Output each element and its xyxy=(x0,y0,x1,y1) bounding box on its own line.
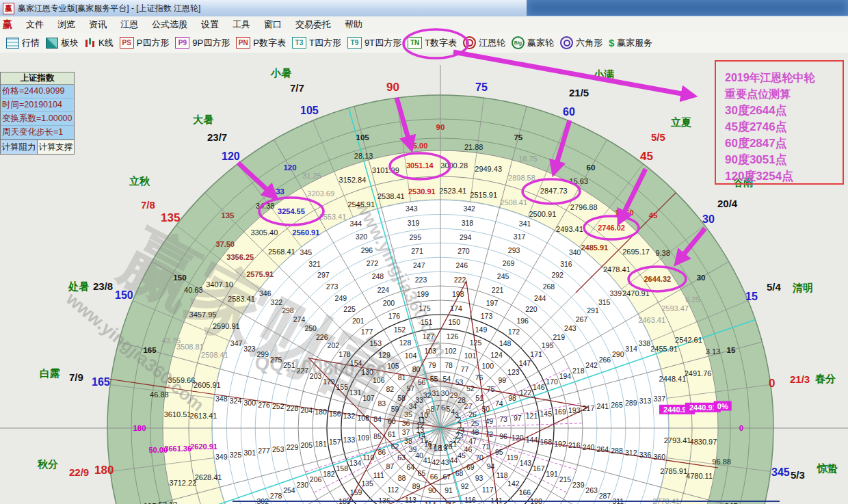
svg-text:287: 287 xyxy=(599,492,611,500)
panel-row-3: 周天变化步长=1 xyxy=(1,126,74,140)
toolbar-label: P四方形 xyxy=(137,37,170,49)
wheel-outer-label: 惊蛰 xyxy=(817,462,838,474)
svg-text:2695.17: 2695.17 xyxy=(622,248,650,256)
svg-text:118: 118 xyxy=(496,471,508,479)
svg-text:298: 298 xyxy=(282,306,294,315)
toolbar-item-9P四方形[interactable]: P99P四方形 xyxy=(175,37,230,49)
toolbar-item-9T四方形[interactable]: T99T四方形 xyxy=(347,37,401,49)
note-line-2: 30度2644点 xyxy=(725,103,843,119)
menu-item-9[interactable]: 帮助 xyxy=(338,17,369,32)
menu-item-6[interactable]: 工具 xyxy=(226,17,257,32)
svg-text:221: 221 xyxy=(492,286,504,294)
svg-text:198: 198 xyxy=(452,290,464,298)
svg-text:2485.91: 2485.91 xyxy=(581,243,608,252)
svg-text:2508.41: 2508.41 xyxy=(500,198,527,207)
wheel-outer-label: 5/3 xyxy=(791,469,805,481)
toolbar-item-六角形[interactable]: 六角形 xyxy=(560,36,602,49)
svg-text:324: 324 xyxy=(230,397,242,405)
svg-text:158: 158 xyxy=(336,464,348,473)
toolbar-item-K线[interactable]: K线 xyxy=(85,37,114,49)
svg-text:38: 38 xyxy=(404,437,412,445)
wheel-outer-label: 处暑 xyxy=(68,280,89,292)
toolbar-label: T四方形 xyxy=(309,37,341,49)
svg-text:344: 344 xyxy=(350,220,362,228)
svg-text:293: 293 xyxy=(508,246,520,254)
svg-text:3356.25: 3356.25 xyxy=(226,253,254,261)
wheel-outer-label: 大暑 xyxy=(193,114,213,125)
svg-text:126: 126 xyxy=(447,332,459,341)
svg-text:297: 297 xyxy=(317,271,330,279)
svg-text:202: 202 xyxy=(328,341,340,349)
svg-text:2463.41: 2463.41 xyxy=(638,316,665,324)
wheel-outer-label: 75 xyxy=(475,81,488,93)
svg-text:3203.69: 3203.69 xyxy=(307,189,334,198)
svg-text:63: 63 xyxy=(397,453,406,462)
svg-text:230: 230 xyxy=(296,481,308,489)
svg-text:2746.02: 2746.02 xyxy=(598,224,625,232)
svg-text:203: 203 xyxy=(310,372,322,380)
menu-item-5[interactable]: 设置 xyxy=(194,17,226,32)
svg-text:193: 193 xyxy=(568,406,581,414)
menu-item-7[interactable]: 窗口 xyxy=(257,17,289,32)
svg-text:2455.91: 2455.91 xyxy=(650,345,678,353)
toolbar-item-江恩轮[interactable]: 江恩轮 xyxy=(463,36,505,49)
svg-text:120: 120 xyxy=(283,163,296,172)
toolbar-item-行情[interactable]: 行情 xyxy=(6,37,40,49)
svg-text:292: 292 xyxy=(551,271,564,279)
svg-text:2949.43: 2949.43 xyxy=(475,165,502,173)
toolbar-label: 六角形 xyxy=(576,37,602,49)
svg-text:15.63: 15.63 xyxy=(570,177,589,185)
menu-item-4[interactable]: 公式选股 xyxy=(145,17,194,32)
svg-text:2493.41: 2493.41 xyxy=(556,225,583,233)
svg-text:277: 277 xyxy=(258,447,270,455)
toolbar-item-赢家服务[interactable]: $赢家服务 xyxy=(609,37,652,49)
wheel-outer-label: 21/5 xyxy=(569,87,589,98)
svg-text:2575.91: 2575.91 xyxy=(246,270,274,278)
svg-text:153: 153 xyxy=(370,339,382,347)
dollar-icon: $ xyxy=(609,37,614,49)
svg-text:216: 216 xyxy=(568,441,581,449)
menu-item-0[interactable]: 文件 xyxy=(19,17,51,32)
svg-text:125: 125 xyxy=(470,339,482,347)
calc-support-button[interactable]: 计算支撑 xyxy=(38,140,74,154)
svg-text:218: 218 xyxy=(572,367,585,375)
svg-text:31.25: 31.25 xyxy=(302,172,321,180)
svg-text:149: 149 xyxy=(475,326,488,334)
svg-text:87: 87 xyxy=(386,462,395,470)
menu-item-2[interactable]: 资讯 xyxy=(82,17,114,32)
badge: T9 xyxy=(347,37,362,49)
svg-text:146: 146 xyxy=(533,383,545,391)
svg-text:97: 97 xyxy=(514,414,522,422)
svg-text:45: 45 xyxy=(649,211,658,220)
menu-item-8[interactable]: 交易委托 xyxy=(289,17,338,32)
svg-text:179: 179 xyxy=(323,377,335,386)
wheel-outer-label: 20/4 xyxy=(717,198,738,209)
svg-text:81: 81 xyxy=(398,373,406,382)
svg-text:42: 42 xyxy=(432,458,440,466)
svg-text:26: 26 xyxy=(468,410,477,419)
svg-text:134: 134 xyxy=(349,459,362,467)
toolbar-item-赢家轮[interactable]: Big赢家轮 xyxy=(512,36,554,49)
svg-text:96: 96 xyxy=(499,432,507,440)
svg-text:5: 5 xyxy=(447,405,451,413)
svg-text:7: 7 xyxy=(436,403,440,412)
toolbar-item-P数字表[interactable]: PNP数字表 xyxy=(236,37,286,49)
svg-text:55: 55 xyxy=(430,375,438,383)
panel-row-2: 变换系数=1.00000 xyxy=(1,112,74,126)
toolbar-item-板块[interactable]: 板块 xyxy=(46,37,79,49)
menu-item-3[interactable]: 江恩 xyxy=(114,17,145,32)
svg-text:239: 239 xyxy=(572,481,585,489)
svg-text:3457.95: 3457.95 xyxy=(189,310,217,319)
menu-item-1[interactable]: 浏览 xyxy=(51,17,82,32)
toolbar-item-T四方形[interactable]: T3T四方形 xyxy=(292,37,341,49)
toolbar-item-T数字表[interactable]: TNT数字表 xyxy=(408,37,457,49)
svg-text:94: 94 xyxy=(487,462,495,470)
wheel-outer-label: 小暑 xyxy=(270,67,291,79)
svg-text:150: 150 xyxy=(173,274,186,282)
svg-text:3661.36: 3661.36 xyxy=(164,445,191,453)
wheel-outer-label: 180 xyxy=(94,464,114,477)
toolbar-item-P四方形[interactable]: PSP四方形 xyxy=(120,37,170,49)
wheel-outer-label: 135 xyxy=(161,211,180,224)
wheel-outer-label: 5/4 xyxy=(767,281,782,293)
calc-resistance-button[interactable]: 计算阻力 xyxy=(1,140,38,154)
